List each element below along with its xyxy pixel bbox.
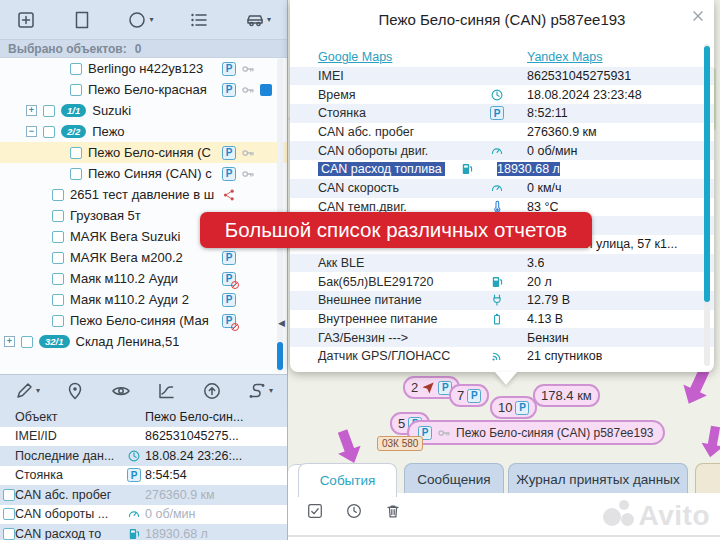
checkbox[interactable] — [3, 528, 15, 540]
checkbox[interactable] — [3, 489, 15, 501]
monitoring-row[interactable]: Последние дан...18.08.24 23:26:... — [0, 446, 287, 466]
checkbox[interactable] — [52, 189, 64, 201]
param-row[interactable]: CAN обороты двиг.0 об/мин — [290, 141, 714, 160]
tree-item[interactable]: МАЯК Вега м200.2P — [0, 247, 287, 268]
monitoring-label: Стоянка — [15, 468, 127, 482]
monitoring-icon-slot — [127, 527, 145, 540]
checkbox[interactable] — [52, 315, 64, 327]
track-color-swatch — [260, 84, 272, 96]
checkbox[interactable] — [52, 252, 64, 264]
tree-item[interactable]: 2651 тест давление в ш — [0, 184, 287, 205]
tree-item[interactable]: Пежо Бело-синяя (СP — [0, 142, 287, 163]
tree-item[interactable]: Маяк м110.2 Ауди 2P — [0, 289, 287, 310]
param-row[interactable]: Датчик GPS/ГЛОНАСС21 спутников — [290, 347, 714, 366]
monitoring-row[interactable]: CAN обороты ...0 об/мин — [0, 505, 287, 525]
param-row[interactable]: Внешнее питание12.79 В — [290, 291, 714, 310]
route-arrow — [699, 422, 720, 459]
tree-item[interactable]: Berlingo н422ув123P — [0, 58, 287, 79]
param-label: Внутреннее питание — [290, 312, 490, 326]
google-maps-link[interactable]: Google Maps — [318, 50, 392, 64]
close-icon[interactable] — [690, 8, 706, 24]
time-icon — [345, 502, 363, 520]
param-value: 0 об/мин — [527, 144, 578, 158]
monitoring-row[interactable]: СтоянкаP8:54:54 — [0, 466, 287, 486]
param-row[interactable]: IMEI862531045275931 — [290, 67, 714, 86]
checkbox-checked-button[interactable] — [306, 502, 324, 520]
tab-messages[interactable]: Сообщения — [404, 463, 504, 494]
graph-button[interactable] — [156, 381, 176, 401]
selection-rect-button[interactable] — [72, 10, 92, 30]
param-row[interactable]: ГАЗ/Бензин --->Бензин — [290, 328, 714, 347]
checkbox[interactable] — [43, 126, 55, 138]
vehicle-types-button[interactable]: ▾ — [245, 10, 271, 30]
promo-banner: Большой список различных отчетов — [200, 212, 592, 248]
yandex-maps-link[interactable]: Yandex Maps — [527, 50, 603, 64]
tree-item[interactable]: +1/1Suzuki — [0, 100, 287, 121]
tree-item[interactable]: Пежо Бело-синяя (МаяP — [0, 310, 287, 331]
checkbox[interactable] — [52, 231, 64, 243]
monitoring-value: 0 об/мин — [145, 507, 196, 521]
tree-item[interactable]: Пежо Бело-краснаяP — [0, 79, 287, 100]
checkbox[interactable] — [70, 63, 82, 75]
collapse-icon[interactable]: − — [26, 126, 37, 137]
fuel-icon — [460, 162, 474, 176]
trash-button[interactable] — [384, 502, 402, 520]
parking-disabled-icon: P — [222, 314, 236, 328]
track-button[interactable]: ▾ — [247, 381, 273, 401]
popup-scrollbar-thumb[interactable] — [704, 46, 710, 302]
param-row[interactable]: Время18.08.2024 23:23:48 — [290, 85, 714, 104]
tab-events[interactable]: События — [298, 463, 397, 497]
expand-icon[interactable]: + — [4, 336, 15, 347]
tree-scrollbar-thumb[interactable] — [277, 342, 283, 370]
visibility-button[interactable] — [111, 381, 131, 401]
panel-collapse-arrow-icon[interactable]: ◀ — [278, 318, 285, 328]
monitoring-row[interactable]: CAN расход то18930.68 л — [0, 524, 287, 540]
edit-icon — [14, 381, 34, 401]
param-row[interactable]: CAN абс. пробег276360.9 км — [290, 123, 714, 142]
tree-item[interactable]: +32/1Склад Ленина,51 — [0, 331, 287, 352]
param-row[interactable]: Бак(65л)BLE29172020 л — [290, 272, 714, 291]
tab-partial-right[interactable] — [695, 463, 720, 494]
checkbox[interactable] — [21, 336, 33, 348]
add-object-icon — [16, 10, 36, 30]
checkbox[interactable] — [70, 168, 82, 180]
time-button[interactable] — [345, 502, 363, 520]
checkbox[interactable] — [52, 210, 64, 222]
tree-item-label: Пежо Бело-синяя (Мая — [70, 313, 209, 328]
tree-item[interactable]: Пежо Синяя (CAN) сP — [0, 163, 287, 184]
param-row[interactable]: СтоянкаP8:52:11 — [290, 104, 714, 123]
tree-item-label: Склад Ленина,51 — [76, 334, 180, 349]
tab-data-log[interactable]: Журнал принятых данных — [508, 463, 688, 494]
parking-icon: P — [222, 83, 236, 97]
radius-filter-icon — [127, 10, 147, 30]
checkbox[interactable] — [52, 294, 64, 306]
checkbox[interactable] — [43, 105, 55, 117]
expand-icon[interactable]: + — [26, 105, 37, 116]
checkbox[interactable] — [70, 147, 82, 159]
monitoring-row[interactable]: IMEI/ID862531045275... — [0, 427, 287, 447]
param-row[interactable]: Внутреннее питание4.13 В — [290, 310, 714, 329]
tree-item[interactable]: −2/2Пежо — [0, 121, 287, 142]
monitoring-row[interactable]: CAN абс. пробег276360.9 км — [0, 485, 287, 505]
tree-item[interactable]: Маяк м110.2 АудиP — [0, 268, 287, 289]
selection-rect-icon — [72, 10, 92, 30]
edit-button[interactable]: ▾ — [14, 381, 40, 401]
send-command-button[interactable] — [202, 381, 222, 401]
monitoring-value: 276360.9 км — [145, 488, 215, 502]
checkbox[interactable] — [52, 273, 64, 285]
param-label: Стоянка — [290, 106, 490, 120]
list-view-button[interactable] — [189, 10, 209, 30]
param-row[interactable]: Акк BLE3.6 — [290, 254, 714, 273]
tab-label: События — [320, 473, 376, 488]
checkbox[interactable] — [3, 508, 15, 520]
param-value: 21 спутников — [527, 349, 602, 363]
show-location-button[interactable] — [65, 381, 85, 401]
checkbox[interactable] — [70, 84, 82, 96]
monitoring-row[interactable]: ОбъектПежо Бело-син... — [0, 407, 287, 427]
radius-filter-button[interactable]: ▾ — [127, 10, 153, 30]
param-row[interactable]: CAN расход топлива18930.68 л — [290, 160, 714, 179]
add-object-button[interactable] — [16, 10, 36, 30]
param-row[interactable]: CAN скорость0 км/ч — [290, 179, 714, 198]
group-count-badge: 1/1 — [61, 104, 86, 117]
monitoring-icon-slot — [127, 449, 145, 463]
